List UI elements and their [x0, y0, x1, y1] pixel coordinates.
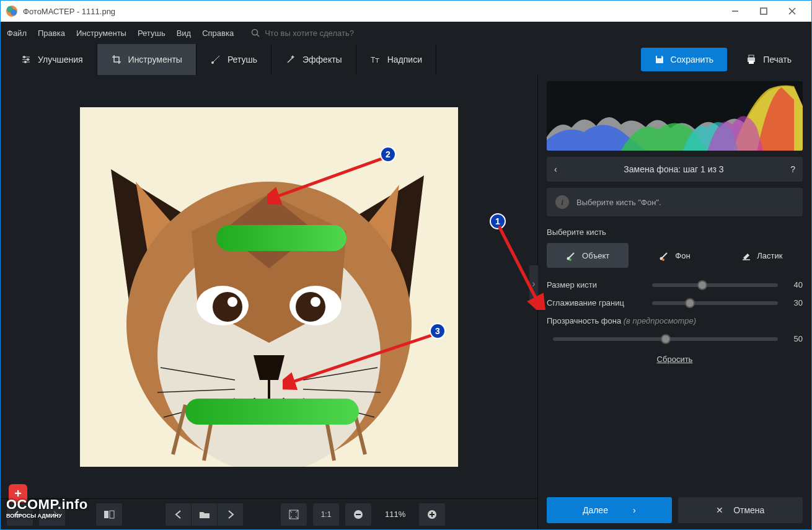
watermark-main: OCOMP.info: [6, 497, 88, 512]
slider-smoothing-value: 30: [784, 298, 803, 307]
menu-tools[interactable]: Инструменты: [76, 29, 126, 38]
svg-point-12: [23, 56, 25, 58]
menu-view[interactable]: Вид: [177, 29, 192, 38]
reset-link[interactable]: Сбросить: [547, 355, 803, 364]
step-title: Замена фона: шаг 1 из 3: [557, 164, 791, 174]
print-icon: [746, 54, 757, 65]
callout-arrow-3: [283, 332, 435, 391]
hint-text: Выберите кисть "Фон".: [576, 198, 661, 207]
callout-marker-2: 2: [380, 146, 396, 162]
slider-smoothing-label: Сглаживание границ: [547, 298, 646, 307]
app-window: ФотоМАСТЕР - 1111.png Файл Правка Инстру…: [0, 0, 812, 530]
window-controls: [721, 1, 806, 22]
opacity-hint: (в предпросмотре): [624, 316, 696, 325]
sliders: Размер кисти 40 Сглаживание границ 30 Пр…: [547, 280, 803, 343]
tab-effects[interactable]: Эффекты: [271, 44, 356, 75]
tab-enhance[interactable]: Улучшения: [7, 44, 97, 75]
fit-screen-button[interactable]: [281, 503, 307, 526]
menu-file[interactable]: Файл: [7, 29, 27, 38]
slider-opacity-value: 50: [784, 334, 803, 343]
panel-actions: Далее › ✕ Отмена: [547, 497, 803, 523]
tab-retouch-label: Ретушь: [227, 55, 257, 64]
callout-arrow-1: [496, 223, 545, 310]
svg-point-34: [311, 297, 320, 307]
tab-effects-label: Эффекты: [302, 55, 342, 64]
step-help-button[interactable]: ?: [790, 164, 795, 174]
brush-eraser-label: Ластик: [757, 251, 782, 260]
zoom-actual-button[interactable]: 1:1: [313, 503, 339, 526]
tab-text-label: Надписи: [387, 55, 422, 64]
print-button[interactable]: Печать: [732, 44, 805, 75]
svg-point-47: [569, 258, 571, 261]
minimize-button[interactable]: [721, 1, 749, 22]
hint-box: i Выберите кисть "Фон".: [547, 188, 803, 216]
search-icon: [251, 29, 260, 37]
svg-line-51: [499, 226, 538, 303]
maximize-button[interactable]: [749, 1, 778, 22]
cancel-label: Отмена: [733, 505, 764, 515]
slider-smoothing-track[interactable]: [652, 301, 778, 305]
crop-icon: [111, 54, 122, 65]
close-icon: ✕: [716, 505, 723, 515]
svg-line-36: [273, 159, 382, 198]
opacity-label-row: Прозрачность фона (в предпросмотре): [547, 316, 803, 325]
next-label: Далее: [583, 505, 608, 515]
brush-object-button[interactable]: Объект: [547, 243, 629, 268]
zoom-level: 111%: [377, 510, 413, 519]
callout-arrow-2: [267, 156, 385, 205]
slider-brush-size: Размер кисти 40: [547, 280, 803, 289]
next-image-button[interactable]: [218, 503, 244, 526]
slider-brush-size-label: Размер кисти: [547, 280, 646, 289]
prev-image-button[interactable]: [165, 503, 192, 526]
brush-background-icon: [659, 250, 670, 261]
zoom-ratio-label: 1:1: [321, 510, 332, 519]
menu-edit[interactable]: Правка: [38, 29, 65, 38]
brush-background-button[interactable]: Фон: [633, 243, 715, 268]
app-logo-icon: [6, 5, 18, 17]
search-wrap: [251, 29, 376, 38]
svg-point-7: [252, 30, 258, 35]
svg-point-31: [213, 292, 242, 322]
canvas-viewport[interactable]: 2 3: [1, 75, 537, 498]
tab-retouch[interactable]: Ретушь: [196, 44, 271, 75]
canvas-area: 2 3: [1, 75, 537, 529]
close-button[interactable]: [778, 1, 806, 22]
side-panel: ‹ Замена фона: шаг 1 из 3 ? i Выберите к…: [537, 75, 811, 529]
nav-group: [165, 503, 244, 526]
histogram[interactable]: [547, 81, 803, 151]
brush-eraser-button[interactable]: Ластик: [721, 243, 803, 268]
zoom-in-button[interactable]: [419, 503, 445, 526]
menu-help[interactable]: Справка: [202, 29, 234, 38]
open-folder-button[interactable]: [192, 503, 218, 526]
svg-rect-38: [104, 511, 108, 518]
callout-marker-3: 3: [430, 323, 446, 339]
tab-tools[interactable]: Инструменты: [97, 44, 196, 75]
menu-retouch[interactable]: Ретушь: [138, 29, 165, 38]
sliders-icon: [20, 54, 32, 65]
brush-object-label: Объект: [582, 251, 609, 260]
compare-button[interactable]: [96, 503, 122, 526]
print-label: Печать: [763, 55, 792, 64]
brush-background-label: Фон: [675, 251, 690, 260]
tabbar: Улучшения Инструменты Ретушь Эффекты Tᴛ …: [1, 44, 811, 75]
object-stroke-1: [216, 225, 346, 251]
cancel-button[interactable]: ✕ Отмена: [678, 497, 803, 523]
svg-point-49: [662, 258, 664, 261]
next-button[interactable]: Далее ›: [547, 497, 672, 523]
svg-point-33: [227, 297, 237, 307]
search-input[interactable]: [265, 29, 376, 38]
slider-opacity-track[interactable]: [553, 337, 778, 341]
zoom-out-button[interactable]: [345, 503, 371, 526]
svg-rect-18: [749, 55, 754, 58]
tab-text[interactable]: Tᴛ Надписи: [356, 44, 436, 75]
brush-icon: [210, 54, 221, 65]
save-button[interactable]: Сохранить: [641, 48, 728, 71]
content: 2 3: [1, 75, 811, 529]
save-label: Сохранить: [671, 55, 714, 64]
svg-point-13: [27, 58, 29, 61]
svg-line-37: [289, 335, 431, 383]
svg-point-2: [11, 9, 17, 15]
slider-brush-size-track[interactable]: [652, 283, 778, 287]
brush-section-label: Выберите кисть: [547, 227, 803, 237]
svg-point-15: [211, 61, 214, 64]
